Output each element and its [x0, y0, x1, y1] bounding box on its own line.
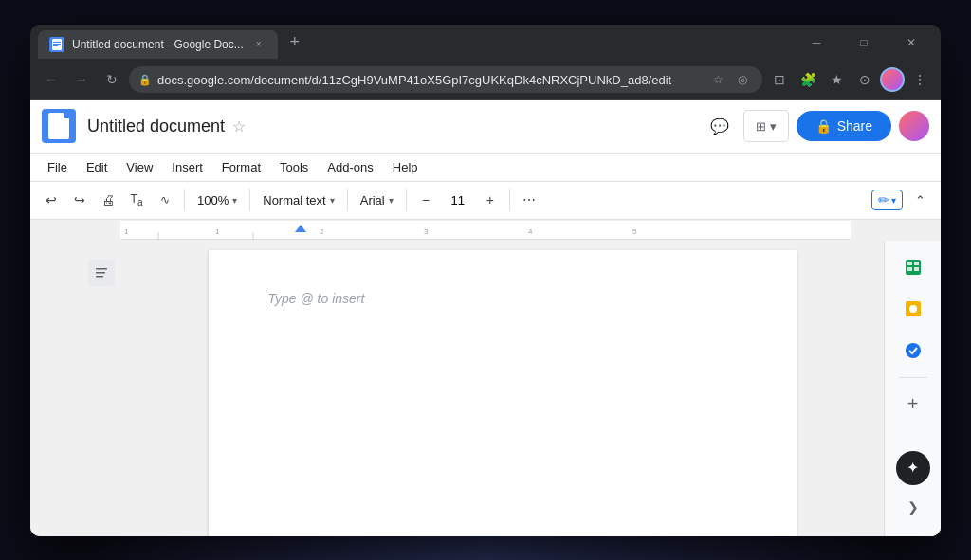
- add-sidebar-button[interactable]: +: [894, 386, 932, 424]
- user-profile-avatar[interactable]: [880, 67, 905, 92]
- decrease-font-button[interactable]: −: [412, 187, 439, 213]
- menu-item-help[interactable]: Help: [383, 156, 428, 178]
- title-bar: Untitled document - Google Doc... × + ─ …: [30, 25, 941, 61]
- star-button[interactable]: ☆: [232, 117, 246, 135]
- document-title[interactable]: Untitled document: [87, 117, 225, 136]
- menu-item-view[interactable]: View: [117, 156, 162, 178]
- ruler: 1 1 2 3 4 5: [120, 221, 851, 240]
- tab-stop: [295, 225, 306, 232]
- svg-text:5: 5: [632, 227, 637, 236]
- expand-sidebar-button[interactable]: ❯: [899, 493, 927, 521]
- font-size-value[interactable]: 11: [441, 190, 475, 210]
- svg-point-22: [906, 343, 921, 358]
- svg-text:2: 2: [320, 227, 324, 236]
- close-button[interactable]: ✕: [889, 28, 933, 57]
- font-size-control: − 11 +: [412, 187, 504, 213]
- toolbar-divider-2: [249, 189, 250, 211]
- tab-favicon: [49, 37, 64, 52]
- menu-item-insert[interactable]: Insert: [162, 156, 212, 178]
- print-button[interactable]: 🖨: [95, 187, 121, 213]
- svg-rect-13: [96, 272, 105, 274]
- keep-icon: [904, 299, 923, 318]
- ruler-container: 1 1 2 3 4 5: [30, 220, 941, 241]
- forward-button[interactable]: →: [68, 66, 95, 93]
- user-avatar[interactable]: [899, 111, 929, 141]
- menu-item-format[interactable]: Format: [212, 156, 270, 178]
- document-body: Type @ to insert: [30, 241, 941, 536]
- tab-title: Untitled document - Google Doc...: [72, 38, 244, 51]
- present-icon: ⊞: [756, 119, 766, 134]
- browser-tab[interactable]: Untitled document - Google Doc... ×: [38, 30, 278, 59]
- keep-sidebar-button[interactable]: [894, 290, 932, 328]
- url-action-icons: ☆ ◎: [707, 69, 753, 90]
- collapse-toolbar-button[interactable]: ⌃: [907, 187, 933, 213]
- docs-app: Untitled document ☆ 💬 ⊞ ▾ 🔒 Share: [30, 100, 941, 536]
- url-text: docs.google.com/document/d/11zCgH9VuMP41…: [157, 73, 702, 87]
- document-page[interactable]: Type @ to insert: [209, 250, 797, 536]
- bookmark-icon[interactable]: ☆: [707, 69, 728, 90]
- document-content[interactable]: Type @ to insert: [266, 288, 740, 478]
- docs-header-right: 💬 ⊞ ▾ 🔒 Share: [704, 110, 929, 142]
- right-sidebar: + ✦ ❯: [884, 241, 941, 536]
- paintformat-button[interactable]: Ta: [123, 187, 150, 213]
- svg-rect-16: [907, 262, 912, 265]
- profile-icon[interactable]: ★: [823, 66, 850, 93]
- new-tab-button[interactable]: +: [282, 29, 308, 56]
- restore-button[interactable]: □: [842, 28, 886, 57]
- editing-mode-button[interactable]: ✏ ▾: [871, 190, 903, 210]
- svg-text:3: 3: [424, 227, 429, 236]
- style-select[interactable]: Normal text ▾: [256, 188, 340, 212]
- font-chevron-icon: ▾: [389, 195, 394, 206]
- sheets-icon: [904, 258, 923, 277]
- spellcheck-button[interactable]: ∿: [152, 187, 178, 213]
- menu-item-edit[interactable]: Edit: [77, 156, 117, 178]
- minimize-button[interactable]: ─: [795, 28, 838, 57]
- increase-font-button[interactable]: +: [477, 187, 504, 213]
- more-options-button[interactable]: ⋯: [516, 187, 542, 213]
- ai-icon: ✦: [907, 459, 919, 477]
- extensions-icon[interactable]: 🧩: [795, 66, 821, 93]
- sheets-sidebar-button[interactable]: [894, 248, 932, 286]
- outline-button[interactable]: [88, 260, 115, 286]
- print-icon: 🖨: [101, 192, 115, 208]
- arrow-icon: ❯: [907, 499, 919, 515]
- svg-rect-3: [53, 45, 58, 46]
- tab-close-button[interactable]: ×: [251, 37, 266, 52]
- docs-logo-icon: [48, 113, 69, 139]
- ai-button[interactable]: ✦: [896, 451, 930, 485]
- browser-actions: ⊡ 🧩 ★ ⊙ ⋮: [766, 66, 933, 93]
- svg-rect-1: [53, 42, 61, 43]
- comment-button[interactable]: 💬: [704, 110, 736, 142]
- redo-button[interactable]: ↪: [66, 187, 93, 213]
- menu-item-tools[interactable]: Tools: [270, 156, 318, 178]
- refresh-button[interactable]: ↻: [99, 66, 125, 93]
- tasks-sidebar-button[interactable]: [894, 332, 932, 370]
- address-bar: ← → ↻ 🔒 docs.google.com/document/d/11zCg…: [30, 61, 941, 100]
- share-label: Share: [837, 118, 872, 134]
- docs-header: Untitled document ☆ 💬 ⊞ ▾ 🔒 Share: [30, 100, 941, 154]
- undo-button[interactable]: ↩: [38, 187, 64, 213]
- pencil-icon: ✏: [878, 192, 889, 208]
- back-button[interactable]: ←: [38, 66, 64, 93]
- menu-item-file[interactable]: File: [38, 156, 77, 178]
- share-button[interactable]: 🔒 Share: [797, 111, 891, 141]
- share-lock-icon: 🔒: [815, 118, 832, 134]
- sync-icon[interactable]: ⊙: [852, 66, 878, 93]
- chrome-menu-icon[interactable]: ⋮: [907, 66, 933, 93]
- cast-icon[interactable]: ⊡: [766, 66, 793, 93]
- google-lens-icon[interactable]: ◎: [732, 69, 753, 90]
- present-button[interactable]: ⊞ ▾: [743, 110, 789, 142]
- toolbar-divider-4: [406, 189, 407, 211]
- comment-icon: 💬: [710, 117, 729, 135]
- plus-icon: +: [907, 393, 919, 415]
- menu-item-addons[interactable]: Add-ons: [318, 156, 382, 178]
- svg-point-21: [909, 305, 917, 313]
- zoom-select[interactable]: 100% ▾: [191, 188, 244, 212]
- style-value: Normal text: [263, 193, 325, 208]
- paintformat-icon: Ta: [131, 192, 143, 208]
- font-select[interactable]: Arial ▾: [354, 188, 400, 212]
- redo-icon: ↪: [74, 192, 85, 208]
- url-bar[interactable]: 🔒 docs.google.com/document/d/11zCgH9VuMP…: [129, 66, 762, 93]
- cursor-line: Type @ to insert: [266, 288, 740, 309]
- editing-chevron-icon: ▾: [891, 195, 896, 206]
